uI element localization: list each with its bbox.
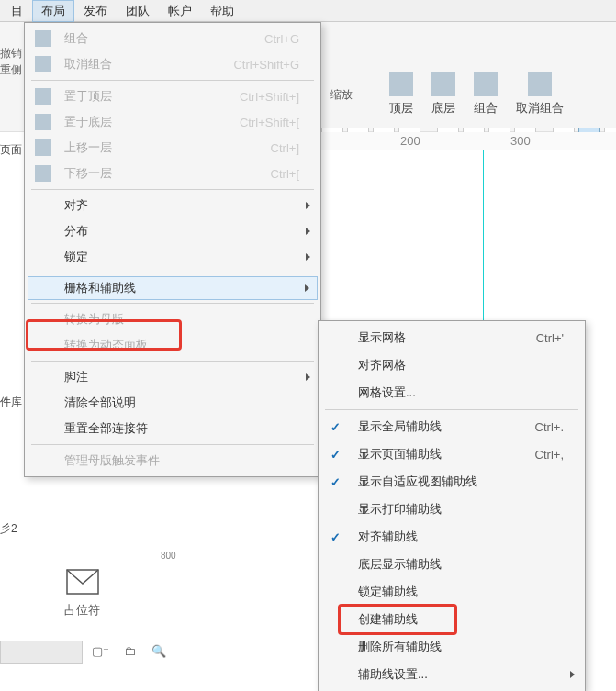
ungroup-icon [35,56,51,72]
smi-show-global[interactable]: ✓显示全局辅助线Ctrl+. [321,413,582,440]
smi-guide-settings[interactable]: 辅助线设置... [321,661,582,688]
smi-create-guides[interactable]: 创建辅助线 [321,606,582,633]
check-icon: ✓ [330,420,341,434]
smi-lock-guides[interactable]: 锁定辅助线 [321,578,582,606]
back-icon [431,72,455,96]
menu-item-publish[interactable]: 发布 [74,0,117,22]
smi-show-adaptive[interactable]: ✓显示自适应视图辅助线 [321,468,582,496]
smi-back-guides[interactable]: 底层显示辅助线 [321,551,582,578]
grid-guides-submenu: 显示网格Ctrl+' 对齐网格 网格设置... ✓显示全局辅助线Ctrl+. ✓… [318,320,586,691]
mi-to-master: 转换为母版 [28,306,318,332]
menubar: 目 布局 发布 团队 帐户 帮助 [0,0,616,22]
mi-lock[interactable]: 锁定 [28,244,318,270]
separator [31,303,314,304]
separator [31,444,314,445]
mi-group: 组合Ctrl+G [28,26,318,51]
arrow-icon [306,253,310,261]
down-icon [35,165,51,182]
separator [325,409,578,410]
group-button[interactable]: 组合 [474,72,498,117]
arrow-icon [570,671,575,678]
shape-fragment: 彡2 [0,521,17,537]
bring-front-button[interactable]: 顶层 [389,72,413,117]
smi-grid-settings[interactable]: 网格设置... [321,379,582,407]
library-fragment[interactable]: 件库 [0,395,22,410]
separator [31,189,314,190]
bottom-bar [0,641,83,664]
menu-item-account[interactable]: 帐户 [159,0,201,22]
up-icon [35,139,51,156]
group-icon [35,30,51,47]
folder-icon[interactable]: 🗀 [121,642,138,659]
mi-ungroup: 取消组合Ctrl+Shift+G [28,51,318,77]
menu-item-help[interactable]: 帮助 [201,0,243,22]
arrow-icon [306,373,310,381]
layout-dropdown: 组合Ctrl+G 取消组合Ctrl+Shift+G 置于顶层Ctrl+Shift… [24,22,321,477]
placeholder-label: 占位符 [64,602,100,619]
placeholder-widget[interactable]: 占位符 [64,569,100,619]
separator [31,273,314,273]
page-tab-fragment[interactable]: 页面 [0,142,22,158]
check-icon: ✓ [330,530,341,544]
smi-snap-grid[interactable]: 对齐网格 [321,351,582,379]
search-icon[interactable]: 🔍 [151,642,167,659]
arrow-icon [306,228,310,235]
ungroup-icon [528,72,552,96]
mi-front: 置于顶层Ctrl+Shift+] [28,84,318,109]
mi-footnote[interactable]: 脚注 [28,364,318,390]
mi-grid-guides[interactable]: 栅格和辅助线 [28,276,318,300]
menu-item-layout[interactable]: 布局 [32,0,74,22]
toolbar-buttons: 缩放 顶层 底层 组合 取消组合 [330,72,564,117]
check-icon: ✓ [330,475,341,489]
smi-snap-guides[interactable]: ✓对齐辅助线 [321,523,582,551]
smi-show-page[interactable]: ✓显示页面辅助线Ctrl+, [321,440,582,468]
mi-reset-conn[interactable]: 重置全部连接符 [28,416,318,441]
ungroup-button[interactable]: 取消组合 [516,72,564,117]
smi-show-print[interactable]: 显示打印辅助线 [321,496,582,523]
send-back-button[interactable]: 底层 [431,72,455,117]
separator [31,80,314,81]
zoom-label: 缩放 [330,87,353,103]
mi-align[interactable]: 对齐 [28,193,318,218]
add-icon[interactable]: ▢⁺ [92,642,108,659]
mi-back: 置于底层Ctrl+Shift+[ [28,109,318,135]
envelope-icon [66,569,99,595]
menu-item-team[interactable]: 团队 [117,0,159,22]
mi-down: 下移一层Ctrl+[ [28,161,318,186]
mi-manage-master: 管理母版触发事件 [28,448,318,474]
mi-clear-desc[interactable]: 清除全部说明 [28,390,318,416]
smi-delete-all[interactable]: 删除所有辅助线 [321,633,582,661]
mi-up: 上移一层Ctrl+] [28,135,318,161]
front-icon [389,72,413,96]
bottom-icons: ▢⁺ 🗀 🔍 [92,642,167,659]
ruler-v-800: 800 [161,551,176,561]
smi-show-grid[interactable]: 显示网格Ctrl+' [321,324,582,351]
arrow-icon [305,284,309,292]
menu-item-mu[interactable]: 目 [2,0,32,22]
separator [31,361,314,362]
group-icon [474,72,498,96]
mi-distribute[interactable]: 分布 [28,218,318,244]
arrow-icon [306,202,310,209]
back-icon [35,114,51,130]
redo-fragment: 重侧 [0,62,22,78]
check-icon: ✓ [330,448,341,462]
mi-to-dynamic: 转换为动态面板 [28,332,318,358]
undo-fragment: 撤销 [0,46,22,61]
front-icon [35,88,51,105]
